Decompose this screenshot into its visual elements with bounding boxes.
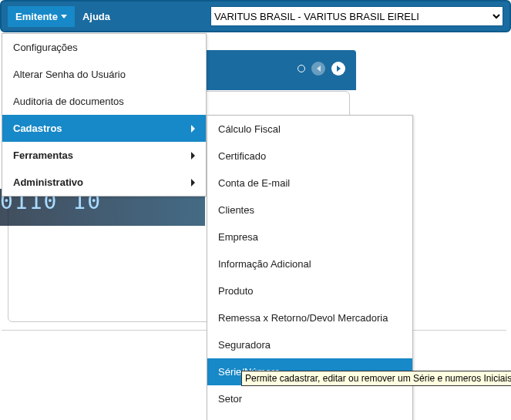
submenu-item[interactable]: Cálculo Fiscal [207, 116, 412, 143]
menu-item-label: Alterar Senha do Usuário [13, 69, 126, 80]
menu-item[interactable]: Cadastros [2, 115, 206, 142]
carousel-next-button[interactable] [331, 62, 345, 76]
menu-emitente-label: Emitente [15, 11, 58, 22]
menu-item-label: Auditoria de documentos [13, 96, 124, 107]
submenu-item[interactable]: Setor [207, 385, 412, 412]
tooltip: Permite cadastrar, editar ou remover um … [241, 371, 511, 386]
chevron-down-icon [61, 15, 67, 18]
submenu-item[interactable]: Seguradora [207, 331, 412, 358]
carousel-controls [298, 62, 345, 76]
chevron-left-icon [317, 66, 321, 72]
chevron-right-icon [191, 125, 195, 133]
submenu-item[interactable]: Pessoas Autorizadas [207, 412, 412, 420]
company-select[interactable]: VARITUS BRASIL - VARITUS BRASIL EIRELI [210, 6, 503, 26]
menu-item[interactable]: Alterar Senha do Usuário [2, 61, 206, 88]
chevron-right-icon [191, 179, 195, 186]
menu-item-label: Administrativo [13, 176, 83, 188]
menu-item-label: Configurações [13, 42, 78, 53]
carousel-prev-button[interactable] [311, 62, 325, 76]
emitente-dropdown: ConfiguraçõesAlterar Senha do UsuárioAud… [2, 33, 207, 197]
submenu-item[interactable]: Certificado [207, 143, 412, 170]
menu-ajuda[interactable]: Ajuda [75, 6, 118, 27]
submenu-item[interactable]: Produto [207, 277, 412, 304]
submenu-item[interactable]: Informação Adicional [207, 250, 412, 277]
carousel-indicator-dot[interactable] [298, 65, 305, 72]
submenu-item[interactable]: Remessa x Retorno/Devol Mercadoria [207, 304, 412, 331]
menu-item[interactable]: Configurações [2, 34, 206, 61]
chevron-right-icon [191, 152, 195, 160]
submenu-item[interactable]: Empresa [207, 223, 412, 250]
menu-item[interactable]: Auditoria de documentos [2, 88, 206, 115]
menu-item-label: Cadastros [13, 123, 62, 134]
menu-ajuda-label: Ajuda [82, 11, 110, 22]
topbar: Emitente Ajuda VARITUS BRASIL - VARITUS … [0, 0, 511, 32]
menu-item[interactable]: Administrativo [2, 169, 206, 196]
chevron-right-icon [337, 66, 341, 72]
menu-emitente[interactable]: Emitente [8, 6, 75, 27]
submenu-item[interactable]: Conta de E-mail [207, 170, 412, 197]
submenu-item[interactable]: Clientes [207, 197, 412, 223]
menu-item[interactable]: Ferramentas [2, 142, 206, 169]
tooltip-text: Permite cadastrar, editar ou remover um … [245, 373, 511, 384]
menu-item-label: Ferramentas [13, 150, 73, 161]
